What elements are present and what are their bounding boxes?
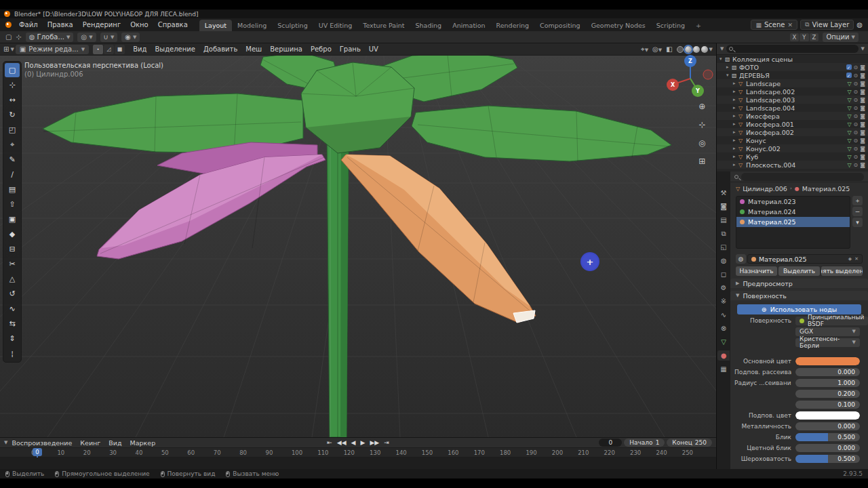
render-visibility-icon[interactable]: ◙ <box>860 129 865 136</box>
tool-button[interactable]: ⇆ <box>5 317 20 331</box>
property-field[interactable]: 1.000 <box>795 379 860 387</box>
mirror-axis-toggle[interactable]: X <box>790 33 800 41</box>
property-field[interactable]: 0.100 <box>795 401 860 409</box>
viewport-menu-item[interactable]: Выделение <box>151 45 199 54</box>
properties-tab-icon[interactable]: ◍ <box>717 256 730 266</box>
playback-button[interactable]: ⇥ <box>382 439 391 446</box>
solid-shading-button[interactable] <box>685 46 692 53</box>
expand-arrow-icon[interactable]: ▸ <box>726 64 732 70</box>
material-shading-button[interactable] <box>693 46 700 53</box>
use-nodes-button[interactable]: ⊛ Использовать ноды <box>737 304 861 314</box>
viewport-nav-icon[interactable]: ⊞ <box>698 157 705 166</box>
workspace-tab[interactable]: Sculpting <box>272 20 313 31</box>
hide-eye-icon[interactable]: ⊙ <box>854 89 859 95</box>
viewport-nav-icon[interactable]: ⊕ <box>698 102 705 111</box>
proportional-edit-dropdown[interactable]: ◉▼ <box>121 33 140 42</box>
gizmos-dropdown-icon[interactable]: ⌖▼ <box>641 45 648 54</box>
action-button[interactable]: Снять выделен... <box>821 266 863 276</box>
tool-button[interactable]: ↻ <box>5 108 20 122</box>
outliner-row[interactable]: ▾ ▧ ДЕРЕВЬЯ ✓ ▽ ⊙ ◙ <box>717 71 868 79</box>
xray-toggle-icon[interactable]: ◧ <box>666 45 672 53</box>
face-select-button[interactable]: ■ <box>115 45 125 54</box>
frame-end-field[interactable]: Конец 250 <box>667 439 712 447</box>
properties-tab-icon[interactable]: ⚒ <box>717 188 730 198</box>
tool-button[interactable]: ⌖ <box>5 138 20 152</box>
tool-button[interactable]: ∿ <box>5 302 20 316</box>
tool-button[interactable]: ▤ <box>5 182 20 197</box>
outliner-search-input[interactable] <box>726 45 858 53</box>
tool-button[interactable]: ∕ <box>5 167 20 182</box>
hide-eye-icon[interactable]: ⊙ <box>854 73 859 79</box>
tool-button[interactable]: ✎ <box>5 152 20 167</box>
mirror-axis-toggle[interactable]: Z <box>810 33 819 41</box>
viewport-menu-item[interactable]: Меш <box>241 45 266 54</box>
tool-button[interactable]: ↺ <box>5 287 20 301</box>
render-visibility-icon[interactable]: ◙ <box>860 154 865 160</box>
wireframe-shading-button[interactable] <box>677 46 684 53</box>
properties-tab-icon[interactable]: ⚙ <box>717 283 730 293</box>
hide-eye-icon[interactable]: ⊙ <box>854 146 859 152</box>
edge-select-button[interactable]: ◿ <box>104 45 114 54</box>
subsurface-method-dropdown[interactable]: Кристенсен-Берли▼ <box>795 338 860 347</box>
outliner-row[interactable]: ▸ ▧ ФОТО ✓ ▽ ⊙ ◙ <box>717 63 868 71</box>
expand-arrow-icon[interactable]: ▸ <box>733 146 738 151</box>
viewport-nav-icon[interactable]: ⊹ <box>698 120 705 129</box>
viewport-menu-item[interactable]: Вид <box>129 45 151 54</box>
properties-tab-icon[interactable]: ⧉ <box>717 228 730 239</box>
outliner-row[interactable]: ▸ ▽ Конус.002 ✓ ▽ ⊙ ◙ <box>717 144 868 152</box>
workspace-tab[interactable]: Compositing <box>534 20 586 31</box>
playback-button[interactable]: ⇤ <box>326 439 334 446</box>
outliner-row[interactable]: ▸ ▽ Икосфера.001 ✓ ▽ ⊙ ◙ <box>717 120 868 128</box>
expand-arrow-icon[interactable]: ▸ <box>733 154 738 159</box>
options-dropdown[interactable]: Опции▼ <box>823 33 859 42</box>
workspace-tab[interactable]: Texture Paint <box>357 20 410 31</box>
property-field[interactable]: 0.500 <box>795 455 860 463</box>
expand-arrow-icon[interactable]: ▸ <box>733 121 738 127</box>
action-button[interactable]: Назначить <box>736 266 777 276</box>
browse-material-button[interactable]: ◍ <box>736 254 746 264</box>
property-field[interactable]: 0.200 <box>795 390 860 398</box>
tweak-tool-icon[interactable]: ▢ <box>5 33 12 41</box>
tool-button[interactable]: ↔ <box>5 93 20 107</box>
expand-arrow-icon[interactable]: ▸ <box>733 162 738 167</box>
properties-tab-icon[interactable]: ⊗ <box>717 323 730 333</box>
surface-panel-header[interactable]: ▼ Поверхность <box>730 291 868 300</box>
properties-tab-icon[interactable]: ▦ <box>717 364 730 374</box>
outliner-row[interactable]: ▸ ▽ Конус ✓ ▽ ⊙ ◙ <box>717 136 868 144</box>
viewport-menu-item[interactable]: UV <box>365 45 382 54</box>
outliner-filter-icon[interactable]: ▼ <box>861 46 865 52</box>
pivot-point-dropdown[interactable]: ◎▼ <box>77 33 96 42</box>
properties-tab-icon[interactable]: ◙ <box>717 201 730 211</box>
outliner-row[interactable]: ▸ ▽ Икосфера ✓ ▽ ⊙ ◙ <box>717 112 868 120</box>
tool-button[interactable]: ¦ <box>5 346 20 361</box>
timeline-menu-item[interactable]: Кеинг <box>76 439 104 447</box>
navigation-gizmo[interactable]: Z X Y <box>663 53 716 115</box>
timeline-track[interactable] <box>0 458 716 469</box>
remove-slot-button[interactable]: − <box>852 207 863 216</box>
expand-arrow-icon[interactable]: ▸ <box>733 113 738 119</box>
viewport-menu-item[interactable]: Добавить <box>199 45 241 54</box>
expand-arrow-icon[interactable]: ▸ <box>733 97 738 102</box>
render-visibility-icon[interactable]: ◙ <box>860 81 865 87</box>
workspace-tab[interactable]: Rendering <box>491 20 535 31</box>
tool-button[interactable]: ◆ <box>5 227 20 241</box>
view-layer-selector[interactable]: ⧉ View Layer <box>800 20 854 30</box>
transform-orientation-dropdown[interactable]: ◍ Глоба...▼ <box>26 33 74 42</box>
material-slot[interactable]: Материал.023 <box>736 197 850 207</box>
frame-start-field[interactable]: Начало 1 <box>624 439 665 447</box>
material-name-field[interactable]: Материал.025 ◈ ✕ <box>747 254 863 264</box>
outliner-row[interactable]: ▾ ▧ Коллекция сцены ✓ ▽ ⊙ ◙ <box>717 55 868 63</box>
timeline-menu-item[interactable]: Воспроизведение <box>7 439 76 447</box>
render-visibility-icon[interactable]: ◙ <box>860 64 865 70</box>
snap-dropdown[interactable]: ∪▼ <box>100 33 118 42</box>
slot-specials-button[interactable]: ▾ <box>852 218 863 227</box>
outliner-row[interactable]: ▸ ▽ Landscape ✓ ▽ ⊙ ◙ <box>717 79 868 87</box>
outliner-row[interactable]: ▸ ▽ Плоскость.004 ✓ ▽ ⊙ ◙ <box>717 161 868 169</box>
fake-user-icon[interactable]: ◈ <box>848 256 852 262</box>
expand-arrow-icon[interactable]: ▾ <box>719 56 725 62</box>
rendered-shading-button[interactable] <box>701 46 708 53</box>
add-slot-button[interactable]: ＋ <box>852 196 863 205</box>
timeline-editor[interactable]: ▼ ВоспроизведениеКеингВидМаркер ⇤◀◀◀▶▶▶⇥… <box>0 437 716 469</box>
workspace-tab[interactable]: Modeling <box>232 20 272 31</box>
vertex-select-button[interactable]: ⬝ <box>93 45 103 54</box>
